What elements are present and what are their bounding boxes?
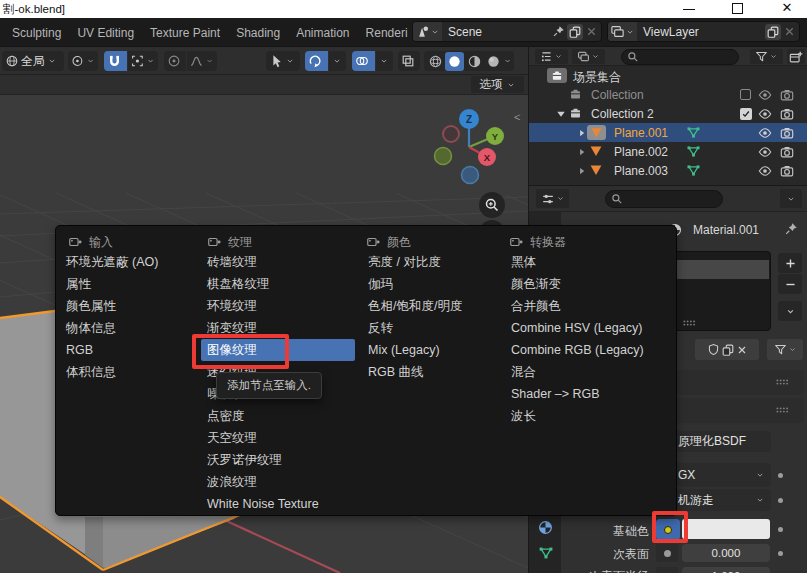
copy-icon[interactable] [721, 343, 735, 357]
animate-dot[interactable] [778, 551, 783, 556]
menu-item-rgb[interactable]: RGB [60, 339, 200, 361]
outliner-row-plane002[interactable]: Plane.002 [529, 142, 807, 161]
gizmos-toggle[interactable] [305, 51, 328, 71]
proportional-falloff-dropdown[interactable] [187, 51, 217, 71]
proportional-editing-toggle[interactable] [164, 51, 186, 71]
subsurface-radius-socket-button[interactable] [656, 567, 678, 573]
shield-icon[interactable] [707, 343, 720, 356]
menu-item-attribute[interactable]: 属性 [60, 273, 200, 295]
pin-icon[interactable] [784, 222, 798, 236]
minimize-button[interactable] [674, 0, 704, 18]
transform-orientation-dropdown[interactable]: 全局 [2, 51, 64, 71]
menu-item-mix-legacy[interactable]: Mix (Legacy) [362, 339, 504, 361]
scene-selector[interactable]: Scene [412, 21, 602, 42]
tab-rendering[interactable]: Renderi [366, 26, 408, 40]
outliner-display-mode-dropdown[interactable] [535, 49, 568, 64]
eye-icon[interactable] [758, 145, 772, 159]
show-gizmo-dropdown[interactable] [266, 51, 300, 71]
menu-item-object-info[interactable]: 物体信息 [60, 317, 200, 339]
menu-item-combine-rgb[interactable]: Combine RGB (Legacy) [505, 339, 675, 361]
tab-animation[interactable]: Animation [296, 26, 349, 40]
menu-item-brick-texture[interactable]: 砖墙纹理 [201, 251, 355, 273]
eye-icon[interactable] [758, 107, 772, 121]
row-label[interactable]: Plane.003 [614, 164, 668, 178]
menu-item-white-noise[interactable]: White Noise Texture [201, 493, 355, 515]
properties-display-dropdown[interactable] [536, 189, 569, 208]
gizmos-dropdown[interactable] [329, 51, 346, 71]
unlink-scene-icon[interactable] [585, 25, 598, 38]
shading-wireframe-button[interactable] [426, 54, 445, 69]
close-icon[interactable] [736, 344, 748, 356]
animate-dot[interactable] [778, 473, 783, 478]
properties-search-input[interactable] [605, 190, 723, 208]
menu-item-invert[interactable]: 反转 [362, 317, 504, 339]
breadcrumb-material[interactable]: Material.001 [693, 223, 759, 237]
add-slot-button[interactable] [778, 253, 802, 273]
viewlayer-name[interactable]: ViewLayer [637, 25, 765, 39]
close-button[interactable]: ✕ [772, 0, 802, 18]
disclosure-closed-icon[interactable] [577, 166, 587, 176]
menu-item-ao[interactable]: 环境光遮蔽 (AO) [60, 251, 200, 273]
row-label[interactable]: Plane.002 [614, 145, 668, 159]
menu-item-bright-contrast[interactable]: 亮度 / 对比度 [362, 251, 504, 273]
camera-icon[interactable] [780, 88, 794, 102]
outliner-row-collection[interactable]: Collection [529, 85, 807, 104]
viewlayer-selector[interactable]: ViewLayer [607, 21, 800, 42]
collection-checkbox[interactable] [740, 108, 752, 120]
menu-item-wavelength[interactable]: 波长 [505, 405, 675, 427]
remove-slot-button[interactable] [778, 274, 802, 294]
snap-toggle[interactable] [104, 51, 127, 71]
outliner-filter-dropdown[interactable] [572, 49, 605, 64]
collection-checkbox[interactable] [740, 89, 751, 100]
menu-item-combine-hsv[interactable]: Combine HSV (Legacy) [505, 317, 675, 339]
outliner-row-plane001[interactable]: Plane.001 [529, 123, 807, 142]
animate-dot[interactable] [778, 498, 783, 503]
subsurface-socket-button[interactable] [656, 544, 678, 562]
camera-icon[interactable] [780, 126, 794, 140]
axis-neg-x[interactable] [443, 126, 459, 142]
subsurface-value-field[interactable]: 0.000 [682, 544, 770, 562]
shading-material-button[interactable] [464, 54, 483, 69]
menu-item-gamma[interactable]: 伽玛 [362, 273, 504, 295]
snap-mode-dropdown[interactable] [128, 51, 158, 71]
slot-specials-dropdown[interactable] [778, 301, 802, 321]
tab-texture-paint[interactable]: Texture Paint [150, 26, 220, 40]
overlays-dropdown[interactable] [376, 51, 393, 71]
eye-icon[interactable] [758, 126, 772, 140]
properties-options-dropdown[interactable] [780, 189, 802, 208]
tab-shading[interactable]: Shading [236, 26, 280, 40]
new-collection-button[interactable] [787, 49, 805, 64]
shading-rendered-button[interactable] [484, 54, 503, 69]
menu-item-shader-to-rgb[interactable]: Shader –> RGB [505, 383, 675, 405]
axis-neg-y[interactable] [435, 148, 452, 165]
sidebar-toggle-arrow[interactable]: < [514, 111, 520, 123]
row-label[interactable]: 场景集合 [573, 69, 621, 86]
outliner-search-input[interactable] [621, 49, 739, 65]
remove-viewlayer-icon[interactable] [783, 25, 796, 38]
disclosure-open-icon[interactable] [555, 108, 567, 120]
xray-toggle[interactable] [398, 51, 420, 71]
outliner-filter-funnel-dropdown[interactable] [750, 49, 783, 64]
row-label[interactable]: Plane.001 [614, 126, 668, 140]
menu-item-voronoi-texture[interactable]: 沃罗诺伊纹理 [201, 449, 355, 471]
subsurface-radius-field[interactable]: 1.000 [682, 567, 770, 573]
menu-item-wave-texture[interactable]: 波浪纹理 [201, 471, 355, 493]
row-label[interactable]: Collection [591, 88, 644, 102]
camera-icon[interactable] [780, 145, 794, 159]
eye-icon[interactable] [758, 88, 772, 102]
axis-neg-z[interactable] [462, 167, 479, 184]
new-viewlayer-button[interactable] [765, 24, 781, 40]
menu-item-combine-color[interactable]: 合并颜色 [505, 295, 675, 317]
outliner-row-plane003[interactable]: Plane.003 [529, 161, 807, 180]
disclosure-closed-icon[interactable] [577, 128, 587, 138]
menu-item-rgb-curves[interactable]: RGB 曲线 [362, 361, 504, 383]
menu-item-blackbody[interactable]: 黑体 [505, 251, 675, 273]
menu-item-sky-texture[interactable]: 天空纹理 [201, 427, 355, 449]
animate-dot[interactable] [778, 527, 783, 532]
menu-item-hsv[interactable]: 色相/饱和度/明度 [362, 295, 504, 317]
camera-icon[interactable] [780, 107, 794, 121]
tab-uv-editing[interactable]: UV Editing [77, 26, 134, 40]
camera-icon[interactable] [780, 164, 794, 178]
menu-item-volume-info[interactable]: 体积信息 [60, 361, 200, 383]
shading-solid-button[interactable] [445, 52, 464, 71]
